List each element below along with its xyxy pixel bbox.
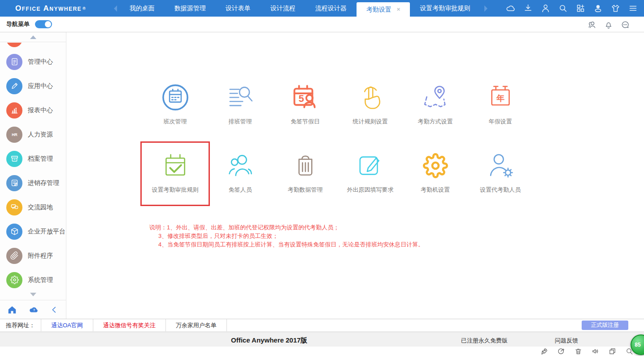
window-icon[interactable] bbox=[609, 347, 616, 355]
note-line-2: 3、修改排班类型后，只对未打卡的员工生效； bbox=[149, 232, 424, 240]
sidebar-item-app-center[interactable]: 应用中心 bbox=[0, 74, 66, 98]
top-bar: Office Anywhere® 我的桌面 数据源管理 设计表单 设计流程 流程… bbox=[0, 0, 644, 17]
sidebar-item-open-platform[interactable]: 企业开放平台 bbox=[0, 220, 66, 243]
tab-strip: 我的桌面 数据源管理 设计表单 设计流程 流程设计器 考勤设置× 设置考勤审批规… bbox=[120, 0, 480, 17]
close-tab-icon[interactable]: × bbox=[397, 2, 400, 17]
tab-flow-designer[interactable]: 流程设计器 bbox=[305, 0, 357, 17]
app-statistics-rules[interactable]: 统计规则设置 bbox=[338, 75, 403, 136]
app-exempt-personnel[interactable]: 免签人员 bbox=[208, 144, 273, 204]
tab-datasource-management[interactable]: 数据源管理 bbox=[165, 0, 216, 17]
tab-attendance-settings[interactable]: 考勤设置× bbox=[357, 2, 410, 17]
svg-text:年: 年 bbox=[496, 94, 504, 103]
svg-text:HR: HR bbox=[12, 132, 17, 137]
trash-icon bbox=[273, 151, 338, 180]
home-icon[interactable] bbox=[7, 305, 17, 315]
chevron-right-icon bbox=[484, 5, 491, 12]
app-attendance-data[interactable]: 考勤数据管理 bbox=[273, 144, 338, 204]
tap-hand-icon bbox=[338, 83, 403, 112]
app-exempt-holidays[interactable]: 5 免签节假日 bbox=[273, 75, 338, 136]
sidebar-footer: ? bbox=[0, 300, 66, 319]
app-grid-row-1: 班次管理 排班管理 5 免签节假日 统计规则设置 考勤方式设置 年 年假设置 bbox=[143, 75, 533, 136]
sidebar-item-inventory[interactable]: 进销存管理 bbox=[0, 171, 66, 195]
note-line-3: 4、当免签节假日期间员工有排班按上班计算、当有设置特殊免签假日，无论是否排班均安… bbox=[149, 240, 424, 249]
download-icon[interactable] bbox=[523, 4, 533, 13]
tab-scroll-left[interactable] bbox=[111, 0, 117, 17]
cloud-icon[interactable] bbox=[506, 4, 515, 13]
app-annual-leave[interactable]: 年 年假设置 bbox=[468, 75, 533, 136]
calendar-check-icon bbox=[143, 151, 208, 180]
tab-scroll-right[interactable] bbox=[484, 0, 491, 17]
bell-icon[interactable] bbox=[604, 20, 613, 29]
secondary-bar: 导航菜单 bbox=[0, 17, 644, 32]
tab-form-design[interactable]: 设计表单 bbox=[216, 0, 261, 17]
nav-menu-label: 导航菜单 bbox=[6, 20, 30, 28]
tab-my-desktop[interactable]: 我的桌面 bbox=[120, 0, 165, 17]
tab-flow-design[interactable]: 设计流程 bbox=[261, 0, 305, 17]
rocket-icon[interactable] bbox=[540, 347, 548, 355]
app-logo: Office Anywhere® bbox=[0, 0, 86, 17]
cloud-help-icon[interactable]: ? bbox=[29, 305, 39, 315]
top-icon-group bbox=[506, 0, 638, 17]
doc-edit-icon bbox=[6, 175, 22, 191]
sidebar-items: 管理中心 应用中心 报表中心 HR 人力资源 档案管理 进销存管理 交流园地 企 bbox=[0, 43, 66, 289]
archive-icon bbox=[6, 151, 22, 167]
contact-icon[interactable] bbox=[593, 4, 603, 13]
sidebar: 管理中心 应用中心 报表中心 HR 人力资源 档案管理 进销存管理 交流园地 企 bbox=[0, 32, 66, 319]
sidebar-item-archives[interactable]: 档案管理 bbox=[0, 147, 66, 171]
app-scheduling-management[interactable]: 排班管理 bbox=[208, 75, 273, 136]
bottom-icon-group bbox=[540, 347, 633, 355]
sidebar-item-admin-center[interactable]: 管理中心 bbox=[0, 50, 66, 74]
pencil-icon bbox=[6, 78, 22, 94]
app-attendance-approval-rules[interactable]: 设置考勤审批规则 bbox=[143, 144, 208, 204]
link-user-list[interactable]: 万余家用户名单 bbox=[176, 321, 217, 330]
user-icon[interactable] bbox=[541, 4, 550, 13]
menu-icon[interactable] bbox=[628, 4, 638, 13]
paperclip-icon bbox=[6, 248, 22, 264]
app-outing-reason[interactable]: 外出原因填写要求 bbox=[338, 144, 403, 204]
users-icon[interactable] bbox=[587, 20, 596, 29]
volume-icon[interactable] bbox=[592, 347, 599, 355]
app-attendance-mode[interactable]: 考勤方式设置 bbox=[403, 75, 468, 136]
speed-test-icon[interactable] bbox=[557, 347, 565, 355]
chevron-left-icon bbox=[111, 5, 117, 12]
toggle-knob bbox=[45, 21, 51, 27]
sidebar-scroll-down[interactable] bbox=[0, 291, 66, 298]
collapse-chevron-icon[interactable] bbox=[50, 306, 58, 314]
bottom-strip bbox=[0, 347, 644, 356]
chat-bubbles-icon bbox=[6, 199, 22, 215]
app-proxy-attendance[interactable]: 设置代考勤人员 bbox=[468, 144, 533, 204]
package-icon bbox=[6, 224, 22, 240]
holiday-calendar-icon: 5 bbox=[273, 83, 338, 112]
edit-square-icon bbox=[338, 151, 403, 180]
sidebar-item-report-center[interactable]: 报表中心 bbox=[0, 98, 66, 122]
feedback-link[interactable]: 问题反馈 bbox=[555, 337, 578, 345]
product-version: Office Anywhere 2017版 bbox=[231, 336, 307, 345]
license-status: 已注册永久免费版 bbox=[461, 337, 508, 345]
app-shift-management[interactable]: 班次管理 bbox=[143, 75, 208, 136]
official-register-button[interactable]: 正式版注册 bbox=[582, 321, 628, 330]
hr-icon: HR bbox=[6, 127, 22, 143]
trash-icon[interactable] bbox=[574, 347, 582, 355]
calendar-circle-icon bbox=[143, 83, 208, 112]
app-grid: 班次管理 排班管理 5 免签节假日 统计规则设置 考勤方式设置 年 年假设置 bbox=[143, 75, 533, 204]
search-icon[interactable] bbox=[558, 4, 568, 13]
footer-bar: Office Anywhere 2017版 已注册永久免费版 问题反馈 bbox=[0, 332, 644, 347]
note-line-1: 说明：1、外出、请假、出差、加班的代登记权限均为设置的代考勤人员； bbox=[149, 223, 424, 232]
app-attendance-machine[interactable]: 考勤机设置 bbox=[403, 144, 468, 204]
tab-attendance-approval-rules[interactable]: 设置考勤审批规则 bbox=[410, 0, 480, 17]
sidebar-item-forum[interactable]: 交流园地 bbox=[0, 195, 66, 219]
theme-shirt-icon[interactable] bbox=[611, 4, 620, 13]
person-gear-icon bbox=[468, 151, 533, 180]
nav-menu-toggle[interactable] bbox=[35, 20, 52, 28]
sidebar-item-hr[interactable]: HR 人力资源 bbox=[0, 123, 66, 146]
recommend-bar: 推荐网址： 通达OA官网 通达微信号有奖关注 万余家用户名单 bbox=[0, 319, 644, 332]
feedback-chat-icon[interactable] bbox=[621, 20, 630, 29]
apps-grid-icon[interactable] bbox=[576, 4, 585, 13]
link-wechat-follow[interactable]: 通达微信号有奖关注 bbox=[103, 321, 156, 330]
link-tongda-oa-site[interactable]: 通达OA官网 bbox=[51, 321, 83, 330]
sidebar-scroll-up[interactable] bbox=[0, 32, 66, 42]
svg-text:?: ? bbox=[33, 308, 35, 312]
sidebar-item-attachments[interactable]: 附件程序 bbox=[0, 244, 66, 268]
gear-icon bbox=[403, 151, 468, 180]
sidebar-item-system[interactable]: 系统管理 bbox=[0, 268, 66, 289]
